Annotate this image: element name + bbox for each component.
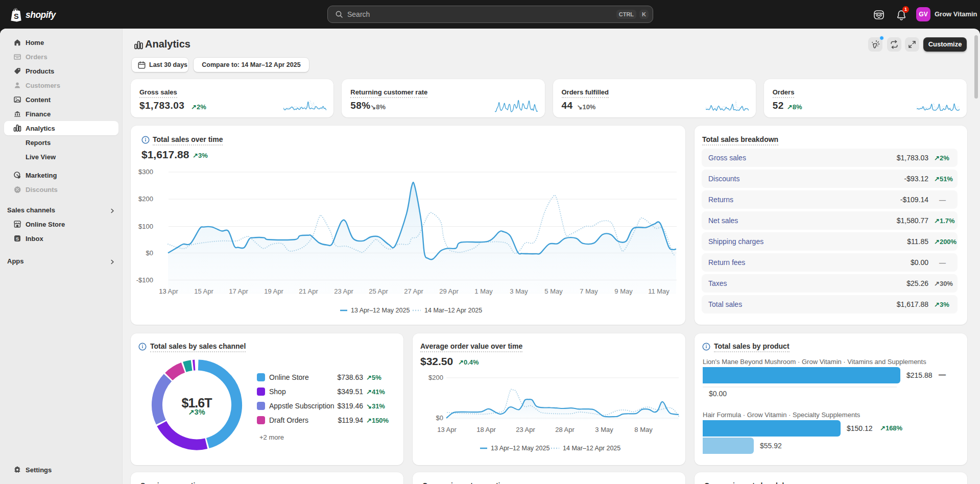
svg-text:S: S — [16, 236, 19, 241]
svg-text:S: S — [14, 12, 19, 20]
